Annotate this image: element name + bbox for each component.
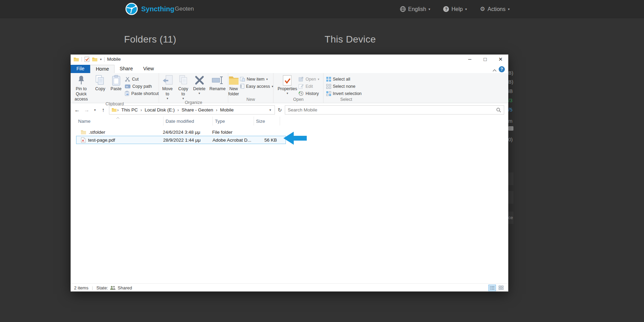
- window-title: Mobile: [107, 57, 121, 62]
- details-view-button[interactable]: [488, 285, 496, 291]
- qat-customize-icon[interactable]: ▾: [100, 58, 102, 61]
- copy-to-icon: [178, 74, 189, 86]
- chevron-down-icon: ▾: [266, 77, 268, 81]
- tab-view[interactable]: View: [138, 65, 159, 73]
- copy-button[interactable]: Copy: [93, 74, 107, 102]
- history-button[interactable]: History: [299, 90, 319, 97]
- chevron-down-icon: ▾: [318, 77, 319, 81]
- explorer-help-icon[interactable]: ?: [499, 66, 505, 72]
- details-view-icon: [490, 286, 495, 290]
- move-to-button[interactable]: Move to▾: [160, 74, 175, 100]
- pin-to-quick-access-button[interactable]: Pin to Quick access: [71, 74, 92, 102]
- address-dropdown-icon[interactable]: ▾: [268, 108, 272, 112]
- thumbnails-view-button[interactable]: [497, 285, 505, 291]
- paste-button[interactable]: Paste: [109, 74, 123, 102]
- ribbon: Pin to Quick access Copy Paste: [71, 73, 508, 103]
- delete-button[interactable]: Delete▾: [192, 74, 207, 100]
- search-input[interactable]: [288, 107, 496, 112]
- address-bar-row: ← → ▾ ↑ › This PC › Local Disk (E:) › Sh…: [71, 103, 508, 117]
- panel-button-fragment: [508, 172, 513, 185]
- pin-icon: [77, 74, 85, 86]
- select-all-icon: [326, 77, 331, 82]
- file-row-test-page-pdf[interactable]: A test-page.pdf 28/9/2022 1:44 μμ Adobe …: [76, 136, 286, 144]
- easy-access-button[interactable]: Easy access▾: [240, 83, 274, 90]
- edit-button[interactable]: Edit: [299, 83, 319, 90]
- edit-label: Edit: [305, 84, 313, 89]
- breadcrumb-this-pc[interactable]: This PC: [119, 107, 140, 112]
- breadcrumb-mobile[interactable]: Mobile: [218, 107, 236, 112]
- minimize-ribbon-icon[interactable]: [493, 69, 497, 72]
- open-button[interactable]: Open▾: [299, 75, 319, 83]
- pin-label: Pin to Quick access: [71, 86, 92, 102]
- search-icon[interactable]: [496, 108, 501, 112]
- folders-heading: Folders (11): [124, 34, 176, 45]
- column-header-type[interactable]: Type: [213, 117, 254, 126]
- tab-home[interactable]: Home: [90, 65, 114, 73]
- select-none-button[interactable]: Select none: [326, 83, 362, 90]
- column-header-name[interactable]: Name: [76, 117, 163, 126]
- forward-button[interactable]: →: [83, 107, 90, 113]
- back-button[interactable]: ←: [73, 107, 81, 113]
- history-icon: [299, 91, 304, 96]
- title-bar[interactable]: ▾ Mobile ─ □ ✕: [71, 55, 508, 64]
- breadcrumb-local-disk[interactable]: Local Disk (E:): [142, 107, 177, 112]
- open-icon: [299, 76, 304, 82]
- divider: [104, 57, 105, 62]
- tab-file[interactable]: File: [71, 65, 90, 73]
- window-folder-icon: [73, 57, 79, 62]
- ribbon-tab-row: File Home Share View ?: [71, 64, 508, 73]
- close-button[interactable]: ✕: [493, 55, 508, 64]
- panel-button-fragment: ce: [508, 212, 513, 224]
- recent-locations-icon[interactable]: ▾: [93, 108, 97, 112]
- file-name: .stfolder: [89, 130, 105, 135]
- new-folder-label: New folder: [228, 86, 239, 97]
- file-list-area[interactable]: Name Date modified Type Size .stfolder 2…: [71, 117, 508, 283]
- actions-menu[interactable]: ⚙ Actions ▾: [480, 6, 510, 12]
- address-bar[interactable]: › This PC › Local Disk (E:) › Share - Ge…: [109, 105, 275, 115]
- cut-button[interactable]: Cut: [125, 75, 159, 83]
- shared-people-icon: [110, 286, 116, 290]
- annotation-arrow-icon: [283, 132, 307, 145]
- copy-path-button[interactable]: W.. Copy path: [125, 83, 159, 90]
- breadcrumb-share-geoten[interactable]: Share - Geoten: [179, 107, 216, 112]
- syncthing-logo-icon: [125, 2, 138, 15]
- column-header-date-modified[interactable]: Date modified: [163, 117, 213, 126]
- help-menu[interactable]: ? Help ▾: [443, 6, 467, 12]
- properties-button[interactable]: Properties▾: [277, 74, 297, 97]
- column-header-size[interactable]: Size: [254, 117, 280, 126]
- copy-path-label: Copy path: [132, 84, 152, 89]
- easy-access-label: Easy access: [246, 84, 270, 89]
- minimize-button[interactable]: ─: [462, 55, 477, 64]
- history-label: History: [305, 91, 319, 96]
- paste-shortcut-icon: [125, 91, 130, 96]
- state-value: Shared: [118, 285, 132, 290]
- help-label: Help: [451, 6, 463, 12]
- new-item-button[interactable]: New item▾: [240, 75, 274, 83]
- rename-button[interactable]: Rename: [208, 74, 227, 100]
- refresh-icon[interactable]: ↻: [277, 107, 283, 113]
- file-name: test-page.pdf: [88, 138, 115, 143]
- paste-icon: [112, 74, 121, 86]
- select-all-button[interactable]: Select all: [326, 75, 362, 83]
- file-row-stfolder[interactable]: .stfolder 24/6/2024 3:48 μμ File folder: [76, 128, 286, 136]
- delete-label: Delete: [193, 86, 205, 92]
- qat-new-folder-icon[interactable]: [92, 57, 98, 62]
- invert-selection-button[interactable]: Invert selection: [326, 90, 362, 97]
- up-button[interactable]: ↑: [99, 107, 107, 113]
- file-type: Adobe Acrobat D...: [212, 138, 254, 143]
- qat-properties-icon[interactable]: [84, 57, 89, 62]
- new-item-icon: [240, 77, 245, 82]
- language-menu[interactable]: English ▾: [400, 6, 430, 12]
- new-folder-button[interactable]: New folder: [228, 74, 239, 97]
- ribbon-group-open: Properties▾ Open▾ Edit History: [274, 73, 324, 103]
- paste-shortcut-button[interactable]: Paste shortcut: [125, 90, 159, 97]
- tab-share[interactable]: Share: [114, 65, 138, 73]
- ribbon-group-clipboard: Pin to Quick access Copy Paste: [71, 73, 159, 103]
- ribbon-group-select: Select all Select none Invert selection …: [324, 73, 369, 103]
- move-to-icon: [162, 74, 173, 86]
- chevron-down-icon: ▾: [428, 7, 430, 11]
- properties-label: Properties: [278, 86, 297, 92]
- maximize-button[interactable]: □: [477, 55, 493, 64]
- copy-to-button[interactable]: Copy to▾: [176, 74, 191, 100]
- actions-label: Actions: [488, 6, 506, 12]
